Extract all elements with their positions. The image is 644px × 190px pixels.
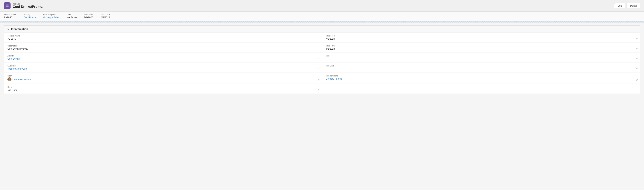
header-title-group: Job List Cool Drinks/Promo. [13, 3, 43, 9]
summary-visit-template-value[interactable]: Grocery / Sales [43, 16, 60, 19]
field-job-list-name: Job List Name JL-2840 [4, 32, 322, 42]
edit-user-icon[interactable] [317, 78, 320, 81]
avatar [8, 78, 12, 82]
header-actions: Edit Delete [614, 3, 640, 8]
field-job-list-name-value: JL-2840 [8, 38, 318, 40]
pencil-icon [636, 58, 638, 60]
pencil-icon [317, 79, 320, 81]
edit-visit-template-icon[interactable] [636, 78, 638, 81]
field-activity-value[interactable]: Cool Drinks [8, 58, 318, 60]
summary-activity-value[interactable]: Cool Drinks [24, 16, 36, 19]
edit-visit-icon[interactable] [636, 57, 638, 60]
app-icon [4, 2, 10, 9]
field-valid-thru: Valid Thru 4/2/2023 [322, 42, 640, 52]
field-visit-date-label: Visit Date [326, 65, 636, 67]
edit-activity-icon[interactable] [317, 57, 320, 60]
summary-valid-thru: Valid Thru 4/2/2023 [101, 14, 110, 19]
edit-done-icon[interactable] [317, 88, 320, 91]
field-valid-from-label: Valid From [326, 35, 636, 37]
field-done: Done Not Done [4, 84, 322, 94]
field-visit-label: Visit [326, 55, 636, 57]
field-user: User Chantelle Johnson [4, 72, 322, 84]
field-description-label: Description [8, 45, 318, 47]
field-visit-template-value[interactable]: Grocery / Sales [326, 78, 636, 80]
fields-grid: Job List Name JL-2840 Valid From 7/1/202… [4, 32, 640, 94]
svg-rect-0 [6, 4, 9, 5]
pencil-icon [636, 79, 638, 81]
pencil-icon [636, 48, 638, 50]
user-avatar-icon [8, 78, 12, 82]
summary-job-list-name: Job List Name JL-2840 [4, 14, 16, 19]
edit-visit-date-icon[interactable] [636, 67, 638, 70]
section-header-identification[interactable]: Identification [4, 26, 640, 32]
field-empty [322, 84, 640, 94]
header-bar: Job List Cool Drinks/Promo. Edit Delete [0, 0, 644, 12]
header-left: Job List Cool Drinks/Promo. [4, 2, 43, 9]
delete-button[interactable]: Delete [626, 3, 640, 8]
summary-activity: Activity Cool Drinks [24, 14, 36, 19]
summary-activity-label: Activity [24, 14, 36, 16]
field-valid-thru-label: Valid Thru [326, 45, 636, 47]
summary-valid-from-value: 7/1/2020 [84, 16, 94, 19]
edit-button[interactable]: Edit [614, 3, 625, 8]
field-valid-thru-value: 4/2/2023 [326, 48, 636, 50]
field-valid-from-value: 7/1/2020 [326, 38, 636, 40]
user-row: Chantelle Johnson [8, 78, 318, 82]
summary-valid-from-label: Valid From [84, 14, 94, 16]
field-description-value: Cool Drinks/Promo. [8, 48, 318, 50]
field-visit-template: Visit Template Grocery / Sales [322, 72, 640, 84]
field-customer: Customer Kroger Store #208 [4, 62, 322, 72]
summary-valid-thru-value: 4/2/2023 [101, 16, 110, 19]
field-visit: Visit [322, 52, 640, 62]
field-done-value: Not Done [8, 89, 318, 91]
section-title-identification: Identification [11, 28, 28, 30]
summary-done-value: Not Done [67, 16, 77, 19]
summary-done-label: Done [67, 14, 77, 16]
field-visit-template-label: Visit Template [326, 75, 636, 77]
svg-rect-1 [6, 6, 9, 6]
list-icon [5, 4, 9, 8]
summary-valid-from: Valid From 7/1/2020 [84, 14, 94, 19]
header-subtitle: Job List [13, 3, 43, 5]
edit-customer-icon[interactable] [317, 67, 320, 70]
identification-section: Identification Job List Name JL-2840 Val… [4, 26, 640, 94]
field-user-label: User [8, 75, 318, 77]
summary-job-list-name-value: JL-2840 [4, 16, 16, 19]
summary-visit-template: Visit Template Grocery / Sales [43, 14, 60, 19]
pencil-icon [636, 38, 638, 40]
edit-valid-from-icon[interactable] [636, 37, 638, 40]
field-valid-from: Valid From 7/1/2020 [322, 32, 640, 42]
summary-bar: Job List Name JL-2840 Activity Cool Drin… [0, 12, 644, 21]
chevron-down-icon [7, 28, 10, 30]
field-activity-label: Activity [8, 55, 318, 57]
pencil-icon [317, 58, 320, 60]
summary-job-list-name-label: Job List Name [4, 14, 16, 16]
header-title: Cool Drinks/Promo. [13, 5, 43, 9]
field-activity: Activity Cool Drinks [4, 52, 322, 62]
pencil-icon [317, 68, 320, 70]
svg-point-5 [8, 80, 10, 81]
pencil-icon [636, 68, 638, 70]
summary-done: Done Not Done [67, 14, 77, 19]
field-user-value[interactable]: Chantelle Johnson [12, 78, 32, 81]
field-description: Description Cool Drinks/Promo. [4, 42, 322, 52]
pencil-icon [317, 89, 320, 91]
field-job-list-name-label: Job List Name [8, 35, 318, 37]
field-customer-label: Customer [8, 65, 318, 67]
decorative-band [0, 21, 644, 22]
main-content: Identification Job List Name JL-2840 Val… [0, 22, 644, 97]
summary-visit-template-label: Visit Template [43, 14, 60, 16]
field-customer-value[interactable]: Kroger Store #208 [8, 68, 318, 70]
edit-valid-thru-icon[interactable] [636, 47, 638, 50]
summary-valid-thru-label: Valid Thru [101, 14, 110, 16]
svg-rect-2 [6, 6, 9, 7]
field-done-label: Done [8, 86, 318, 88]
svg-point-4 [9, 78, 10, 80]
field-visit-date: Visit Date [322, 62, 640, 72]
